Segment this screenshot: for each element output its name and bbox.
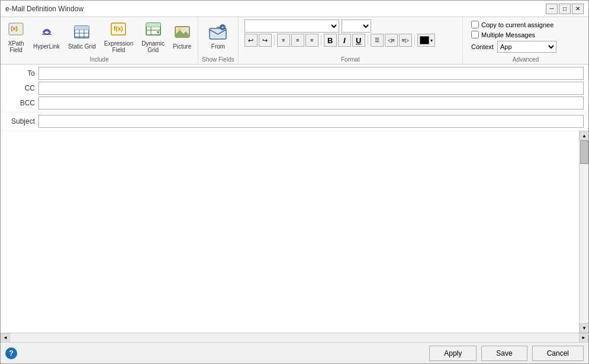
main-window: e-Mail Definition Window ─ □ ✕ {x} [0,0,589,364]
separator-3 [368,35,368,46]
ribbon-group-format: ↩ ↪ ≡ ≡ ≡ B I U ☰ ◁≡ ≡▷ [239,17,463,64]
scroll-track [580,140,588,323]
svg-text:f(x): f(x) [114,25,123,32]
context-select[interactable]: App User Global [497,41,556,53]
bottom-right: Apply Save Cancel [429,346,584,361]
advanced-group-label: Advanced [466,56,585,63]
ribbon-group-include: {x} XPathField [1,17,198,64]
format-section: ↩ ↪ ≡ ≡ ≡ B I U ☰ ◁≡ ≡▷ [242,18,459,55]
separator-4 [414,35,415,46]
to-label: To [5,69,35,78]
format-row2: ↩ ↪ ≡ ≡ ≡ B I U ☰ ◁≡ ≡▷ [244,34,456,47]
redo-button[interactable]: ↪ [259,34,272,47]
include-group-items: {x} XPathField [4,18,194,55]
title-bar-controls: ─ □ ✕ [546,4,584,14]
xpath-field-label: XPathField [8,40,24,53]
close-button[interactable]: ✕ [572,4,584,14]
main-content: To CC BCC Subject ▲ ▼ [1,65,588,342]
scroll-thumb[interactable] [580,140,588,164]
multiple-messages-row: Multiple Messages [471,31,580,38]
to-row: To [5,67,584,80]
ribbon-group-show-fields: + From Show Fields [198,17,238,64]
hyperlink-label: HyperLink [33,43,60,50]
indent-more-button[interactable]: ≡▷ [399,34,412,47]
copy-to-assignee-row: Copy to current assignee [471,21,580,28]
bold-button[interactable]: B [324,34,337,47]
show-fields-label: Show Fields [202,56,234,63]
save-button[interactable]: Save [481,346,527,361]
expression-field-icon: f(x) [110,21,127,39]
font-size-select[interactable] [342,20,371,33]
bcc-row: BCC [5,96,584,109]
scroll-left-button[interactable]: ◄ [1,333,10,343]
subject-row: Subject [1,112,588,131]
indent-less-button[interactable]: ◁≡ [385,34,398,47]
vertical-scrollbar[interactable]: ▲ ▼ [579,131,588,333]
from-icon: + [208,24,227,42]
svg-rect-9 [75,26,89,30]
help-button[interactable]: ? [5,347,17,359]
color-picker-button[interactable]: ▾ [417,34,435,47]
svg-rect-16 [146,23,160,27]
bottom-bar: ? Apply Save Cancel [1,342,588,363]
scroll-right-button[interactable]: ► [579,333,588,343]
color-arrow-icon: ▾ [430,38,433,43]
static-grid-icon [73,24,90,42]
static-grid-button[interactable]: Static Grid [65,22,99,51]
scroll-down-button[interactable]: ▼ [580,323,588,333]
italic-button[interactable]: I [338,34,351,47]
scroll-h-track [10,333,579,343]
font-select[interactable] [244,20,339,33]
bottom-left: ? [5,347,17,359]
apply-button[interactable]: Apply [429,346,477,361]
to-input[interactable] [38,67,584,80]
context-label: Context [471,43,494,50]
show-fields-items: + From [205,18,230,55]
bcc-input[interactable] [38,96,584,109]
xpath-icon: {x} [8,21,24,39]
title-bar-left: e-Mail Definition Window [5,5,83,13]
xpath-field-button[interactable]: {x} XPathField [4,19,28,55]
picture-button[interactable]: Picture [170,22,194,51]
align-right-button[interactable]: ≡ [305,34,318,47]
copy-to-assignee-checkbox[interactable] [471,21,479,28]
cc-input[interactable] [38,82,584,95]
static-grid-label: Static Grid [68,43,96,50]
picture-label: Picture [173,43,191,50]
underline-button[interactable]: U [352,34,365,47]
hyperlink-icon [38,24,55,42]
bcc-label: BCC [5,99,35,107]
window-title: e-Mail Definition Window [5,5,83,13]
scroll-up-button[interactable]: ▲ [580,131,588,140]
cc-row: CC [5,82,584,95]
email-fields: To CC BCC [1,65,588,112]
svg-text:{x}: {x} [11,25,18,31]
from-label: From [211,43,225,50]
dynamic-grid-button[interactable]: DynamicGrid [139,19,168,55]
horizontal-scrollbar: ◄ ► [1,333,588,342]
undo-button[interactable]: ↩ [244,34,258,47]
align-left-button[interactable]: ≡ [277,34,290,47]
expression-field-button[interactable]: f(x) ExpressionField [101,19,136,55]
from-button[interactable]: + From [205,22,230,51]
list-button[interactable]: ☰ [371,34,384,47]
context-row: Context App User Global [471,41,580,53]
svg-text:+: + [221,25,224,30]
expression-field-label: ExpressionField [104,40,133,53]
minimize-button[interactable]: ─ [546,4,558,14]
body-area: ▲ ▼ [1,131,588,333]
hyperlink-button[interactable]: HyperLink [30,22,63,51]
ribbon: {x} XPathField [1,17,588,65]
color-swatch [420,36,429,44]
format-group-label: Format [242,56,459,63]
multiple-messages-checkbox[interactable] [471,31,479,38]
title-bar: e-Mail Definition Window ─ □ ✕ [1,1,588,17]
subject-label: Subject [5,117,35,125]
include-group-label: Include [4,56,194,63]
cancel-button[interactable]: Cancel [532,346,584,361]
align-center-button[interactable]: ≡ [291,34,304,47]
maximize-button[interactable]: □ [559,4,571,14]
cc-label: CC [5,84,35,92]
subject-input[interactable] [38,115,584,128]
multiple-messages-label: Multiple Messages [481,31,535,38]
